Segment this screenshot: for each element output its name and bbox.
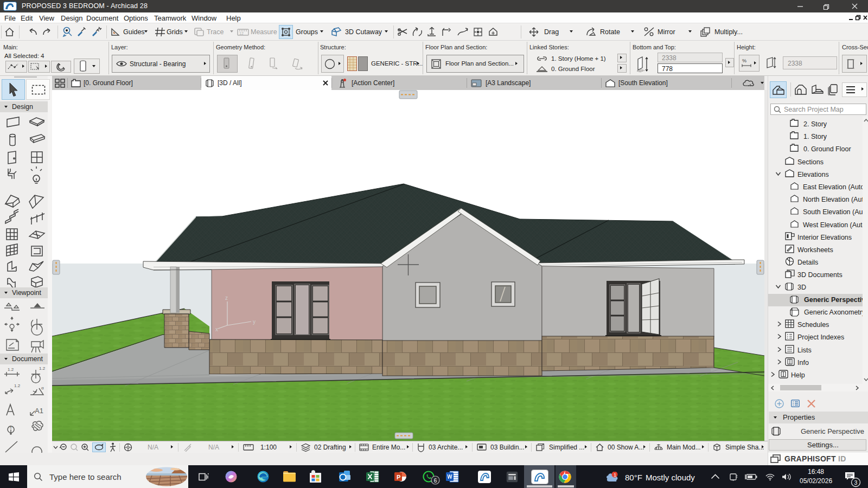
svg-text:x: x xyxy=(215,326,218,332)
svg-text:1: 1 xyxy=(614,472,616,478)
svg-text:1.2: 1.2 xyxy=(8,367,14,372)
svg-text:1: 1 xyxy=(10,425,12,429)
svg-text:%: % xyxy=(742,58,746,63)
svg-text:z: z xyxy=(225,295,228,301)
svg-text:y: y xyxy=(253,319,256,325)
svg-text:12: 12 xyxy=(239,31,244,35)
svg-text:1.2: 1.2 xyxy=(14,383,21,388)
svg-text:A1: A1 xyxy=(35,407,43,415)
svg-text:6: 6 xyxy=(434,478,437,484)
svg-text:α: α xyxy=(41,386,44,390)
svg-text:3: 3 xyxy=(854,479,858,486)
svg-text:1.2: 1.2 xyxy=(39,366,46,371)
svg-text:P: P xyxy=(397,474,400,480)
